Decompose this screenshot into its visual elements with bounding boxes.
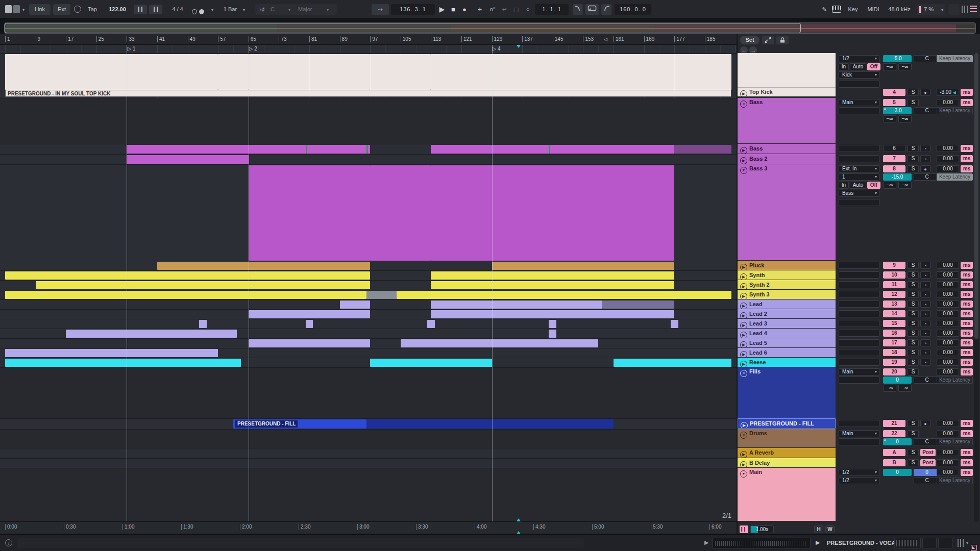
solo-button[interactable]: S [908, 339, 919, 346]
volume-value[interactable]: -5.0 [883, 55, 912, 62]
track-name[interactable]: ▶Synth [738, 271, 836, 280]
locator-flag[interactable]: ▷ 1 [127, 46, 135, 52]
ms-unit[interactable]: ms [961, 99, 973, 106]
track-name[interactable]: ▼Bass 3 [738, 164, 836, 173]
monitor-auto[interactable]: Auto [850, 182, 866, 189]
play-icon[interactable]: ▶ [740, 312, 747, 318]
track-number[interactable]: 9 [883, 262, 905, 269]
ms-unit[interactable]: ms [961, 469, 973, 476]
key-root-dropdown-icon[interactable]: ▾ [288, 8, 290, 12]
punch-in-icon[interactable] [573, 4, 583, 15]
output-routing[interactable]: Bass [839, 190, 879, 197]
clip[interactable] [401, 339, 598, 347]
session-record-icon[interactable]: ○ [523, 4, 533, 15]
clip[interactable] [397, 291, 731, 299]
loop-switch-icon[interactable] [585, 4, 599, 15]
track-name[interactable]: ▶Lead 3 [738, 319, 836, 328]
track-delay-value[interactable]: 0.00 [937, 349, 959, 356]
track-header-bass-2[interactable]: ▶Bass 2 [738, 154, 836, 164]
track-name[interactable]: ▶Pluck [738, 261, 836, 270]
draw-automation-icon[interactable]: o° [487, 4, 498, 15]
main-out-routing[interactable]: 1/2 [839, 477, 879, 484]
arm-button[interactable]: ● [920, 165, 930, 172]
ms-unit[interactable]: ms [961, 155, 973, 162]
track-number[interactable]: 11 [883, 281, 905, 288]
play-icon[interactable]: ▶ [740, 90, 747, 96]
selected-clip-name[interactable]: PRESETGROUND - VOCAL [827, 540, 899, 546]
track-number[interactable]: 19 [883, 359, 905, 366]
solo-button[interactable]: S [908, 99, 919, 106]
track-header-lead-4[interactable]: ▶Lead 4 [738, 329, 836, 338]
play-icon[interactable]: ▶ [740, 351, 747, 357]
arm-button[interactable]: ◔ [920, 281, 930, 288]
ms-unit[interactable]: ms [961, 359, 973, 366]
solo-button[interactable]: S [908, 281, 919, 288]
track-lane-pluck[interactable] [0, 261, 737, 270]
routing-extra-box[interactable] [839, 155, 879, 162]
clip[interactable] [431, 281, 674, 289]
routing-extra-box[interactable] [839, 300, 879, 308]
window-panes-icon-2[interactable] [13, 5, 20, 13]
track-lane-drums[interactable] [0, 429, 737, 448]
routing-extra-box[interactable] [839, 339, 879, 346]
key-scale-dropdown-icon[interactable]: ▾ [327, 8, 329, 12]
monitor-in[interactable]: In [839, 63, 849, 70]
track-header-lead-2[interactable]: ▶Lead 2 [738, 309, 836, 318]
track-number[interactable]: 17 [883, 339, 905, 346]
arm-button[interactable]: ◔ [920, 145, 930, 152]
send-a-value[interactable]: −∞ [883, 115, 896, 122]
clip[interactable] [5, 359, 241, 367]
ms-unit[interactable]: ms [961, 430, 973, 437]
clip-title-strip[interactable]: PRESETGROUND - IN MY SOUL TOP KICK [5, 90, 731, 97]
clip[interactable] [614, 359, 731, 367]
clip[interactable] [671, 320, 678, 328]
preview-play-icon[interactable]: ▶ [704, 539, 708, 546]
ms-unit[interactable]: ms [961, 420, 973, 427]
track-lane-lead-5[interactable] [0, 338, 737, 348]
track-name[interactable]: ▶Lead [738, 300, 836, 309]
capture-midi-icon[interactable]: ▢ [510, 4, 522, 15]
track-header-main[interactable]: ▼Main [738, 468, 836, 521]
routing-extra-box[interactable] [839, 320, 879, 327]
overview-view-bracket[interactable] [5, 23, 801, 33]
send-b-value[interactable]: −∞ [898, 115, 912, 122]
output-routing[interactable]: Main [839, 368, 879, 375]
clip[interactable] [5, 271, 370, 280]
routing-extra-box[interactable] [839, 359, 879, 366]
track-delay-value[interactable]: 0.00 [937, 359, 959, 366]
arm-button[interactable]: ◔ [920, 320, 930, 327]
routing-extra-box[interactable] [839, 262, 879, 269]
track-lane-synth-3[interactable] [0, 290, 737, 299]
time-ruler[interactable]: 2/1 0:000:301:001:302:002:303:003:304:00… [0, 521, 737, 534]
track-delay-value[interactable]: 0.00 [937, 155, 959, 162]
routing-extra-box[interactable] [839, 81, 879, 88]
solo-button[interactable]: S [908, 291, 919, 298]
play-button[interactable]: ▶ [437, 4, 447, 15]
zoom-width-button[interactable]: W [825, 525, 835, 533]
track-lane-bass-3[interactable] [0, 164, 737, 261]
solo-button[interactable]: S [908, 155, 919, 162]
meter-dropdown-icon[interactable]: ▾ [966, 541, 968, 545]
arm-button[interactable]: ◔ [920, 300, 930, 308]
resize-corner-icon[interactable]: ◣ [971, 545, 977, 551]
send-b-value[interactable]: −∞ [898, 385, 912, 392]
clip[interactable] [66, 330, 237, 338]
clip-play-icon[interactable]: ▶ [816, 539, 820, 546]
arm-button[interactable]: ● [920, 89, 930, 96]
arm-button[interactable]: ◔ [920, 330, 930, 337]
play-icon[interactable]: ▶ [741, 422, 748, 429]
clip[interactable] [427, 320, 435, 328]
clip[interactable] [431, 300, 602, 309]
track-name[interactable]: ▶Synth 2 [738, 281, 836, 289]
track-delay-value[interactable]: 0.00 [937, 262, 959, 269]
play-icon[interactable]: ▶ [740, 293, 747, 299]
loop-end-marker[interactable]: ◁ [604, 37, 607, 42]
panes-dropdown-icon[interactable]: ▾ [22, 8, 24, 12]
track-lane-bass[interactable] [0, 98, 737, 144]
solo-button[interactable]: S [908, 300, 919, 308]
play-icon[interactable]: ▶ [740, 273, 747, 280]
loop-start-display[interactable]: 1. 1. 1 [535, 4, 569, 15]
play-icon[interactable]: ▶ [740, 461, 747, 467]
keep-latency-label[interactable]: Keep Latency [937, 477, 973, 484]
volume-value[interactable]: -15.0 [883, 173, 912, 181]
